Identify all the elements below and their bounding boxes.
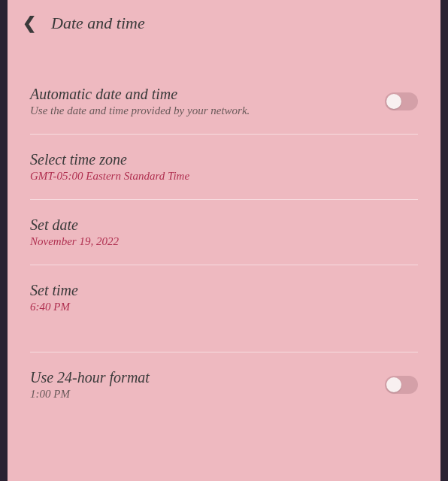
set-time-value: 6:40 PM — [30, 301, 418, 313]
set-date-value: November 19, 2022 — [30, 235, 418, 248]
format-24h-title: Use 24-hour format — [30, 369, 385, 386]
back-icon[interactable]: ❮ — [23, 14, 36, 33]
set-date-text: Set date November 19, 2022 — [30, 216, 418, 248]
format-24h-subtitle: 1:00 PM — [30, 388, 385, 401]
set-date-row[interactable]: Set date November 19, 2022 — [30, 200, 418, 265]
time-zone-row[interactable]: Select time zone GMT-05:00 Eastern Stand… — [30, 135, 418, 200]
set-time-text: Set time 6:40 PM — [30, 282, 418, 313]
format-24h-toggle[interactable] — [385, 376, 418, 394]
toggle-knob — [386, 377, 401, 392]
divider-row — [30, 330, 418, 352]
format-24h-row[interactable]: Use 24-hour format 1:00 PM — [30, 352, 418, 417]
settings-content: Automatic date and time Use the date and… — [8, 69, 440, 417]
time-zone-value: GMT-05:00 Eastern Standard Time — [30, 170, 418, 183]
header: ❮ Date and time — [8, 0, 440, 47]
set-date-title: Set date — [30, 216, 418, 234]
auto-date-time-row[interactable]: Automatic date and time Use the date and… — [30, 69, 418, 135]
toggle-knob — [386, 94, 401, 109]
page-title: Date and time — [51, 14, 145, 33]
format-24h-text: Use 24-hour format 1:00 PM — [30, 369, 385, 401]
auto-date-time-title: Automatic date and time — [30, 86, 385, 103]
time-zone-text: Select time zone GMT-05:00 Eastern Stand… — [30, 151, 418, 183]
auto-date-time-toggle[interactable] — [385, 92, 418, 110]
auto-date-time-subtitle: Use the date and time provided by your n… — [30, 104, 385, 117]
set-time-title: Set time — [30, 282, 418, 299]
time-zone-title: Select time zone — [30, 151, 418, 168]
set-time-row[interactable]: Set time 6:40 PM — [30, 265, 418, 330]
auto-date-time-text: Automatic date and time Use the date and… — [30, 86, 385, 117]
